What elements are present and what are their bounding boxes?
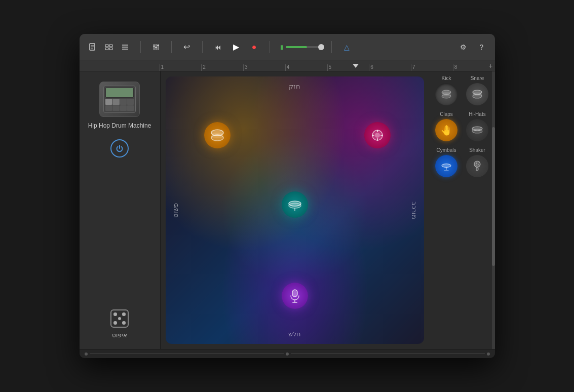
play-button[interactable]: ▶	[229, 40, 243, 54]
record-button[interactable]: ●	[247, 40, 261, 54]
svg-rect-29	[292, 290, 297, 297]
cymbals-pad[interactable]	[435, 155, 457, 177]
ruler-mark-7: 7	[411, 64, 453, 71]
xy-drum-snare[interactable]	[204, 122, 231, 148]
xy-drum-claps[interactable]	[364, 122, 391, 148]
dot	[113, 312, 117, 316]
dot	[122, 321, 126, 325]
xy-label-right: מורכב	[410, 202, 418, 219]
right-panel: Kick Snare	[429, 71, 495, 349]
power-button[interactable]	[110, 139, 129, 158]
xy-label-bottom: חלש	[288, 330, 301, 338]
svg-rect-6	[105, 48, 108, 50]
left-panel: Hip Hop Drum Machine איפוס	[80, 71, 161, 349]
ruler-mark-1: 1	[160, 64, 202, 71]
xy-label-top: חזק	[289, 83, 300, 90]
dot	[113, 321, 117, 325]
xy-pad[interactable]: חזק חלש פשוט מורכב	[166, 76, 424, 344]
ruler-mark-5: 5	[327, 64, 369, 71]
drum-row-3: Cymbals Shaker	[433, 147, 491, 177]
dm-pad	[105, 99, 112, 105]
svg-point-21	[375, 133, 380, 138]
volume-control: ▮	[280, 44, 321, 51]
randomize-label: איפוס	[112, 332, 127, 339]
drum-item-claps: Claps 🤚	[433, 111, 460, 141]
track-view-button[interactable]	[102, 40, 116, 54]
toolbar-sep-2	[171, 41, 172, 53]
center-panel: חזק חלש פשוט מורכב	[161, 71, 429, 349]
svg-point-43	[474, 161, 480, 167]
svg-rect-5	[109, 45, 112, 47]
scroll-indicator[interactable]	[492, 71, 495, 349]
snare-label: Snare	[471, 75, 484, 81]
svg-point-46	[478, 164, 479, 165]
instrument-name: Hip Hop Drum Machine	[88, 122, 151, 129]
claps-label: Claps	[440, 111, 453, 117]
dm-pad	[120, 99, 127, 105]
svg-rect-4	[105, 45, 108, 47]
drum-item-kick: Kick	[433, 75, 460, 105]
gear-button[interactable]: ⚙	[456, 40, 471, 54]
dot	[122, 312, 126, 316]
bottom-bar-dot-left	[85, 352, 88, 356]
svg-point-27	[289, 203, 301, 208]
ruler-mark-6: 6	[369, 64, 411, 71]
instrument-selector[interactable]: Hip Hop Drum Machine	[88, 82, 151, 129]
dm-pad	[105, 105, 112, 111]
drum-item-shaker: Shaker	[464, 147, 491, 177]
claps-icon: 🤚	[440, 124, 453, 136]
svg-rect-14	[153, 46, 155, 47]
playhead-triangle	[353, 64, 359, 68]
ruler-mark-3: 3	[243, 64, 285, 71]
svg-point-41	[442, 164, 451, 168]
tuner-button[interactable]: △	[340, 40, 354, 54]
drum-row-2: Claps 🤚 Hi-Hats	[433, 111, 491, 141]
grid-view-button[interactable]	[118, 40, 132, 54]
rewind-button[interactable]: ⏮	[211, 40, 225, 54]
dot	[118, 317, 122, 321]
hihats-pad[interactable]	[466, 119, 488, 141]
drum-item-snare: Snare	[464, 75, 491, 105]
xy-drum-hihat[interactable]	[282, 191, 308, 218]
toolbar-sep-3	[202, 41, 203, 53]
volume-thumb	[318, 44, 324, 50]
mixer-button[interactable]	[149, 40, 163, 54]
drum-row-1: Kick Snare	[433, 75, 491, 105]
drum-item-hihats: Hi-Hats	[464, 111, 491, 141]
toolbar: ↩ ⏮ ▶ ● ▮ △ ⚙ ?	[80, 34, 495, 60]
new-button[interactable]	[86, 40, 100, 54]
shaker-pad[interactable]	[466, 155, 488, 177]
snare-pad[interactable]	[466, 83, 488, 105]
svg-point-40	[472, 129, 482, 133]
help-button[interactable]: ?	[475, 40, 489, 54]
randomize-button[interactable]: איפוס	[110, 309, 129, 339]
bottom-bar-dot-right	[487, 352, 490, 356]
dm-pad	[127, 105, 134, 111]
svg-point-34	[442, 94, 451, 98]
xy-drum-mic[interactable]	[282, 283, 308, 309]
bottom-bar-dot-center	[286, 352, 289, 356]
kick-label: Kick	[442, 75, 451, 81]
toolbar-left-group	[86, 40, 132, 54]
app-window: ↩ ⏮ ▶ ● ▮ △ ⚙ ? 1 2 3 4 5	[80, 34, 495, 358]
claps-pad[interactable]: 🤚	[435, 119, 457, 141]
undo-button[interactable]: ↩	[180, 40, 194, 54]
dm-pad	[120, 105, 127, 111]
toolbar-sep-4	[270, 41, 270, 53]
svg-point-45	[476, 163, 477, 164]
toolbar-sep-5	[331, 41, 332, 53]
drum-machine-graphic	[103, 86, 136, 113]
kick-pad[interactable]	[435, 83, 457, 105]
cymbals-label: Cymbals	[437, 147, 456, 153]
svg-rect-44	[476, 167, 478, 171]
playhead	[353, 64, 359, 71]
bottom-bar-line-left	[90, 354, 284, 354]
main-content: Hip Hop Drum Machine איפוס	[80, 71, 495, 349]
bottom-bar	[80, 349, 495, 358]
ruler-add-button[interactable]: +	[488, 62, 492, 70]
xy-label-left: פשוט	[172, 203, 179, 218]
volume-track[interactable]	[286, 46, 321, 48]
ruler-mark-2: 2	[201, 64, 243, 71]
bottom-bar-line-right	[291, 354, 485, 354]
svg-rect-16	[157, 45, 159, 46]
